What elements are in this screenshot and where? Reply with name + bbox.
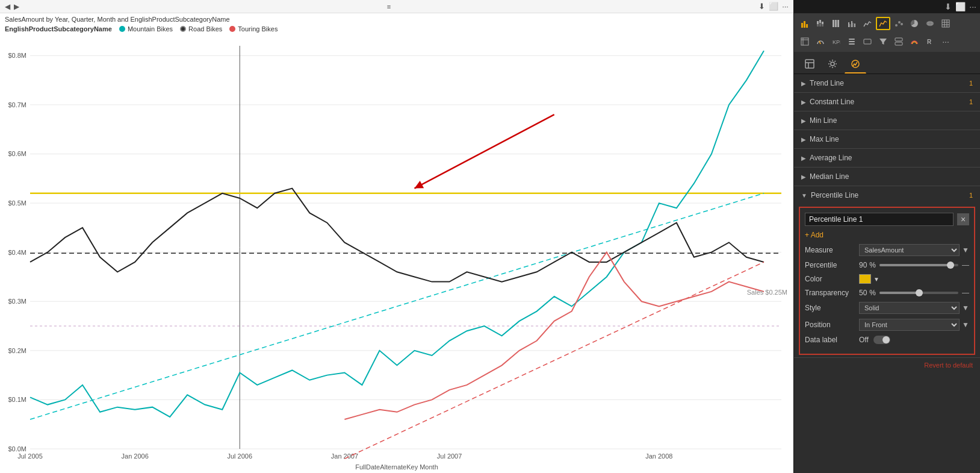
icon-filter[interactable] bbox=[876, 35, 890, 48]
trend-line-label: Trend Line bbox=[810, 79, 963, 87]
pe-transparency-row: Transparency 50 % — bbox=[805, 289, 969, 297]
pe-percentile-label: Percentile bbox=[805, 261, 859, 269]
min-line-header[interactable]: ▶ Min Line bbox=[794, 111, 980, 130]
svg-rect-13 bbox=[849, 24, 851, 27]
chart-canvas[interactable] bbox=[0, 34, 793, 473]
svg-rect-36 bbox=[864, 39, 871, 44]
icon-table[interactable] bbox=[938, 17, 953, 30]
icon-100-stacked-bar[interactable] bbox=[829, 17, 843, 30]
min-line-chevron: ▶ bbox=[801, 117, 806, 124]
svg-rect-4 bbox=[817, 24, 819, 27]
pe-measure-select[interactable]: SalesAmount bbox=[859, 244, 960, 256]
section-trend-line: ▶ Trend Line 1 bbox=[794, 74, 980, 93]
pe-position-label: Position bbox=[805, 321, 859, 329]
more-icon[interactable]: ··· bbox=[782, 2, 789, 11]
pe-color-row: Color ▼ bbox=[805, 274, 969, 284]
icon-matrix[interactable] bbox=[798, 35, 812, 48]
max-line-label: Max Line bbox=[810, 135, 973, 143]
percentile-slider-thumb[interactable] bbox=[947, 262, 954, 269]
pe-percentile-value: 90 bbox=[859, 261, 867, 269]
back-icon[interactable]: ◀ bbox=[5, 2, 10, 11]
panel-download-icon[interactable]: ⬇ bbox=[944, 2, 952, 11]
icon-area-chart[interactable] bbox=[876, 17, 890, 30]
icon-rainbow[interactable] bbox=[907, 35, 922, 48]
panel-expand-icon[interactable]: ⬜ bbox=[955, 2, 966, 11]
icon-kpi[interactable]: KPI bbox=[829, 35, 843, 48]
trend-line-header[interactable]: ▶ Trend Line 1 bbox=[794, 74, 980, 92]
transparency-slider-thumb[interactable] bbox=[916, 289, 923, 296]
svg-point-18 bbox=[898, 21, 901, 23]
average-line-header[interactable]: ▶ Average Line bbox=[794, 149, 980, 167]
svg-rect-23 bbox=[942, 20, 949, 27]
panel-more-icon[interactable]: ··· bbox=[969, 2, 976, 11]
chart-toolbar: ◀ ▶ ≡ ⬇ ⬜ ··· bbox=[0, 0, 793, 13]
pe-percentile-slider[interactable] bbox=[879, 264, 958, 266]
pe-datalabel-row: Data label Off bbox=[805, 336, 969, 344]
icon-multirow-card[interactable] bbox=[892, 35, 906, 48]
icon-slicer[interactable] bbox=[845, 35, 859, 48]
toolbar-left: ◀ ▶ bbox=[5, 2, 19, 11]
expand-icon[interactable]: ⬜ bbox=[769, 2, 778, 11]
position-chevron-icon[interactable]: ▼ bbox=[962, 321, 969, 329]
svg-rect-16 bbox=[854, 23, 855, 27]
section-average-line: ▶ Average Line bbox=[794, 149, 980, 168]
tab-analytics[interactable] bbox=[845, 54, 866, 74]
analytics-panel[interactable]: ▶ Trend Line 1 ▶ Constant Line 1 ▶ Min L… bbox=[794, 74, 980, 473]
pe-style-row: Style Solid ▼ bbox=[805, 302, 969, 314]
percentile-line-header[interactable]: ▼ Percentile Line 1 bbox=[794, 186, 980, 204]
icon-cluster-bar[interactable] bbox=[845, 17, 859, 30]
icon-map[interactable] bbox=[923, 17, 937, 30]
pe-datalabel-toggle[interactable] bbox=[873, 336, 890, 344]
icon-stacked-bar[interactable] bbox=[813, 17, 828, 30]
tab-format[interactable] bbox=[822, 54, 843, 74]
sales-label: Sales $0.25M bbox=[747, 289, 787, 296]
forward-icon[interactable]: ▶ bbox=[14, 2, 19, 11]
svg-rect-40 bbox=[805, 60, 814, 68]
svg-point-17 bbox=[895, 24, 898, 27]
icon-more-visuals[interactable]: ··· bbox=[938, 35, 953, 48]
icon-gauge[interactable] bbox=[813, 35, 828, 48]
download-icon[interactable]: ⬇ bbox=[758, 2, 765, 11]
measure-chevron-icon[interactable]: ▼ bbox=[962, 246, 969, 254]
pe-position-select[interactable]: In Front bbox=[859, 319, 960, 331]
pe-transparency-value: 50 bbox=[859, 289, 867, 297]
icon-card[interactable] bbox=[860, 35, 875, 48]
pe-position-row: Position In Front ▼ bbox=[805, 319, 969, 331]
svg-rect-10 bbox=[835, 20, 837, 27]
svg-rect-11 bbox=[837, 20, 839, 27]
hamburger-icon[interactable]: ≡ bbox=[387, 3, 391, 10]
constant-line-header[interactable]: ▶ Constant Line 1 bbox=[794, 93, 980, 111]
pe-color-swatch[interactable] bbox=[859, 274, 871, 284]
constant-line-label: Constant Line bbox=[810, 98, 963, 106]
pe-add-button[interactable]: + Add bbox=[805, 231, 969, 239]
pe-transparency-pct: % bbox=[869, 289, 876, 297]
pe-close-button[interactable]: × bbox=[957, 213, 969, 225]
x-axis-label: FullDateAlternateKey Month bbox=[355, 463, 438, 471]
constant-line-chevron: ▶ bbox=[801, 99, 806, 105]
chart-canvas-wrapper: FullDateAlternateKey Month Sales $0.25M bbox=[0, 34, 793, 473]
pe-style-label: Style bbox=[805, 304, 859, 312]
pe-style-select[interactable]: Solid bbox=[859, 302, 960, 314]
icon-bar-chart[interactable] bbox=[798, 17, 812, 30]
max-line-header[interactable]: ▶ Max Line bbox=[794, 130, 980, 148]
legend-mountain-bikes: Mountain Bikes bbox=[119, 25, 173, 33]
icon-r-visual[interactable]: R bbox=[923, 35, 937, 48]
icon-line-chart[interactable] bbox=[860, 17, 875, 30]
pe-transparency-slider[interactable] bbox=[879, 292, 958, 294]
percentile-title-input[interactable] bbox=[805, 213, 954, 226]
revert-link[interactable]: Revert to default bbox=[794, 358, 980, 372]
median-line-header[interactable]: ▶ Median Line bbox=[794, 168, 980, 186]
road-bikes-dot bbox=[180, 26, 186, 32]
pe-percentile-pct: % bbox=[869, 261, 876, 269]
tab-fields[interactable] bbox=[799, 54, 820, 74]
icon-scatter[interactable] bbox=[892, 17, 906, 30]
svg-rect-8 bbox=[822, 24, 823, 27]
svg-rect-33 bbox=[849, 39, 855, 40]
percentile-slider-fill bbox=[879, 264, 951, 266]
style-chevron-icon[interactable]: ▼ bbox=[962, 304, 969, 312]
icon-pie[interactable] bbox=[907, 17, 922, 30]
pe-color-arrow[interactable]: ▼ bbox=[873, 276, 879, 283]
svg-rect-0 bbox=[801, 23, 803, 28]
pe-header: × bbox=[805, 213, 969, 226]
percentile-end-icon: — bbox=[962, 261, 969, 269]
